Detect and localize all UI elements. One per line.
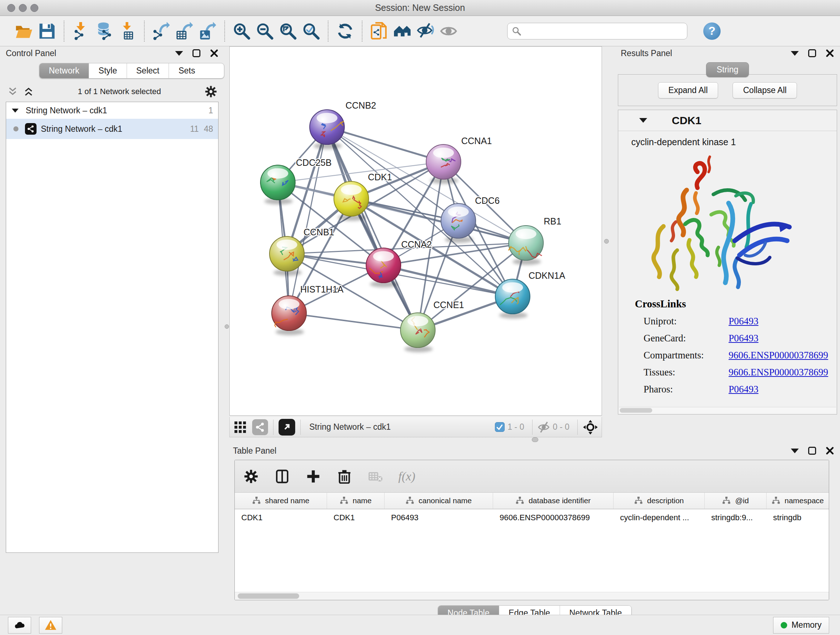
network-edge[interactable] [351, 199, 526, 243]
collapse-all-button[interactable]: Collapse All [733, 82, 797, 98]
crosslink-compartments[interactable]: 9606.ENSP00000378699 [729, 350, 828, 361]
float-panel-button[interactable] [175, 51, 183, 56]
show-graphics-details-button[interactable] [437, 20, 460, 42]
collapse-all-icon[interactable] [7, 86, 18, 97]
network-node-CCNB1[interactable] [270, 236, 304, 276]
tab-select[interactable]: Select [127, 63, 169, 78]
network-node-CDKN1A[interactable] [495, 279, 530, 318]
delete-table-button[interactable] [367, 468, 384, 485]
undock-panel-button[interactable] [808, 447, 816, 455]
cell-description[interactable]: cyclin-dependent ... [614, 509, 705, 526]
open-session-button[interactable] [12, 20, 35, 42]
column-header-canonical-name[interactable]: canonical name [385, 493, 493, 509]
apply-layout-button[interactable] [333, 20, 357, 42]
undock-panel-button[interactable] [808, 49, 816, 57]
undock-panel-button[interactable] [193, 49, 201, 57]
cell-canonical-name[interactable]: P06493 [385, 509, 493, 526]
gene-card-header[interactable]: CDK1 [618, 110, 837, 131]
search-input[interactable] [521, 24, 687, 38]
network-row-selected[interactable]: String Network – cdk1 11 48 [6, 119, 218, 139]
network-edge[interactable] [327, 127, 444, 162]
splitter-handle[interactable] [604, 239, 609, 244]
save-session-button[interactable] [35, 20, 58, 42]
cell-name[interactable]: CDK1 [327, 509, 385, 526]
cloud-status-button[interactable] [8, 617, 31, 633]
column-header-description[interactable]: description [614, 493, 705, 509]
show-columns-button[interactable] [274, 468, 291, 485]
collection-expander-icon[interactable] [12, 108, 19, 112]
crosslink-tissues[interactable]: 9606.ENSP00000378699 [729, 367, 828, 378]
cell-namespace[interactable]: stringdb [767, 509, 829, 526]
column-header-shared-name[interactable]: shared name [235, 493, 327, 509]
cell-database-identifier[interactable]: 9606.ENSP00000378699 [493, 509, 614, 526]
results-panel-splitter[interactable] [602, 46, 615, 436]
navigator-crosshair-icon[interactable] [583, 420, 598, 435]
tab-network[interactable]: Network [39, 63, 89, 78]
cell-id[interactable]: stringdb:9... [705, 509, 767, 526]
splitter-handle[interactable] [225, 325, 229, 329]
column-header-database-identifier[interactable]: database identifier [493, 493, 614, 509]
network-collection-row[interactable]: String Network – cdk1 1 [6, 102, 218, 119]
network-node-RB1[interactable] [508, 226, 543, 265]
network-node-HIST1H1A[interactable] [272, 296, 306, 335]
delete-column-button[interactable] [336, 468, 353, 485]
close-panel-button[interactable] [826, 49, 834, 57]
network-options-gear-icon[interactable] [205, 86, 217, 98]
close-panel-button[interactable] [210, 49, 218, 57]
network-edge[interactable] [289, 313, 418, 330]
import-network-file-button[interactable] [69, 20, 93, 42]
birdseye-view-button[interactable] [279, 419, 295, 435]
table-options-button[interactable] [243, 468, 259, 485]
float-panel-button[interactable] [791, 448, 799, 453]
export-image-button[interactable] [196, 20, 219, 42]
network-node-CCNA1[interactable] [426, 144, 461, 184]
selected-checkbox[interactable] [495, 422, 505, 432]
gene-expander-icon[interactable] [639, 118, 647, 123]
network-canvas[interactable]: CCNB2CCNA1CDC25BCDK1CDC6RB1CCNB1CCNA2CDK… [229, 46, 602, 416]
table-panel-splitter[interactable] [229, 436, 840, 444]
scrollbar-thumb[interactable] [238, 593, 299, 599]
control-panel-splitter[interactable] [224, 46, 229, 615]
create-column-button[interactable] [305, 468, 322, 485]
close-panel-button[interactable] [826, 447, 834, 455]
network-share-badge[interactable] [252, 419, 268, 435]
memory-button[interactable]: Memory [773, 617, 829, 633]
tab-style[interactable]: Style [89, 63, 126, 78]
table-horizontal-scrollbar[interactable] [235, 592, 829, 600]
zoom-out-button[interactable] [253, 20, 276, 42]
splitter-handle[interactable] [532, 437, 538, 442]
crosslink-uniprot[interactable]: P06493 [729, 316, 759, 327]
zoom-in-button[interactable] [230, 20, 253, 42]
import-network-database-button[interactable] [93, 20, 116, 42]
network-node-CCNB2[interactable] [309, 110, 344, 149]
column-header-id[interactable]: @id [705, 493, 767, 509]
expand-all-button[interactable]: Expand All [658, 82, 718, 98]
column-header-name[interactable]: name [327, 493, 385, 509]
float-panel-button[interactable] [791, 51, 799, 56]
export-table-button[interactable] [173, 20, 196, 42]
help-button[interactable]: ? [703, 22, 721, 40]
table-row[interactable]: CDK1 CDK1 P06493 9606.ENSP00000378699 cy… [235, 509, 829, 526]
crosslink-pharos[interactable]: P06493 [729, 384, 759, 395]
column-header-namespace[interactable]: namespace [767, 493, 829, 509]
expand-all-icon[interactable] [23, 86, 34, 97]
zoom-fit-button[interactable] [276, 20, 300, 42]
zoom-selected-button[interactable] [300, 20, 323, 42]
grid-view-icon[interactable] [233, 420, 247, 434]
export-network-button[interactable] [150, 20, 173, 42]
import-table-button[interactable] [116, 20, 139, 42]
warnings-button[interactable] [39, 617, 62, 633]
scrollbar-thumb[interactable] [620, 408, 652, 413]
results-horizontal-scrollbar[interactable] [619, 407, 836, 413]
home-button[interactable] [391, 20, 414, 42]
results-tab-string[interactable]: String [706, 62, 749, 77]
network-node-CCNE1[interactable] [401, 313, 435, 352]
cell-shared-name[interactable]: CDK1 [235, 509, 327, 526]
new-network-from-selection-button[interactable] [368, 20, 391, 42]
tab-sets[interactable]: Sets [169, 63, 204, 78]
function-builder-button[interactable]: f(x) [398, 470, 415, 483]
crosslink-genecard[interactable]: P06493 [729, 333, 759, 344]
search-field[interactable] [507, 23, 687, 40]
hide-unhide-button[interactable] [414, 20, 437, 42]
network-node-CDC25B[interactable] [261, 165, 295, 204]
